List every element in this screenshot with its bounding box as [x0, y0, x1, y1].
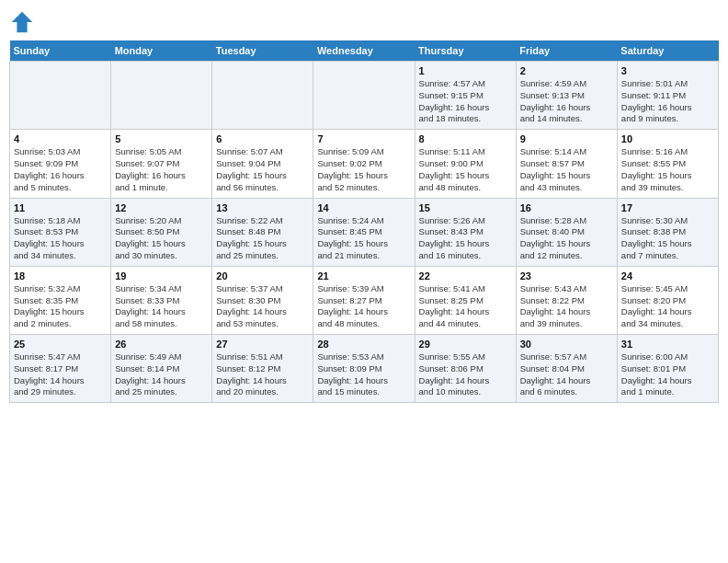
calendar-cell: 15Sunrise: 5:26 AM Sunset: 8:43 PM Dayli… — [415, 198, 516, 266]
calendar-cell — [111, 62, 212, 130]
calendar-cell: 26Sunrise: 5:49 AM Sunset: 8:14 PM Dayli… — [111, 335, 212, 403]
day-info: Sunrise: 5:01 AM Sunset: 9:11 PM Dayligh… — [621, 78, 714, 125]
calendar-cell: 24Sunrise: 5:45 AM Sunset: 8:20 PM Dayli… — [617, 266, 718, 334]
day-info: Sunrise: 5:22 AM Sunset: 8:48 PM Dayligh… — [216, 215, 309, 262]
day-number: 30 — [520, 339, 613, 350]
calendar-week-row: 18Sunrise: 5:32 AM Sunset: 8:35 PM Dayli… — [10, 266, 719, 334]
day-number: 27 — [216, 339, 309, 350]
day-info: Sunrise: 4:57 AM Sunset: 9:15 PM Dayligh… — [419, 78, 512, 125]
calendar-cell: 23Sunrise: 5:43 AM Sunset: 8:22 PM Dayli… — [516, 266, 617, 334]
weekday-header-wednesday: Wednesday — [313, 40, 415, 62]
day-info: Sunrise: 5:16 AM Sunset: 8:55 PM Dayligh… — [621, 146, 714, 193]
day-number: 22 — [419, 270, 512, 282]
calendar-cell: 9Sunrise: 5:14 AM Sunset: 8:57 PM Daylig… — [516, 130, 617, 198]
day-info: Sunrise: 6:00 AM Sunset: 8:01 PM Dayligh… — [621, 351, 714, 398]
day-info: Sunrise: 5:11 AM Sunset: 9:00 PM Dayligh… — [419, 146, 512, 193]
day-info: Sunrise: 5:51 AM Sunset: 8:12 PM Dayligh… — [216, 351, 309, 398]
day-number: 6 — [216, 133, 309, 144]
day-number: 14 — [317, 202, 410, 213]
day-info: Sunrise: 5:32 AM Sunset: 8:35 PM Dayligh… — [14, 283, 107, 330]
svg-marker-0 — [12, 12, 32, 32]
day-number: 4 — [14, 133, 107, 144]
day-number: 25 — [14, 339, 107, 350]
calendar-cell: 30Sunrise: 5:57 AM Sunset: 8:04 PM Dayli… — [516, 335, 617, 403]
calendar-week-row: 4Sunrise: 5:03 AM Sunset: 9:09 PM Daylig… — [10, 130, 719, 198]
calendar-cell: 14Sunrise: 5:24 AM Sunset: 8:45 PM Dayli… — [313, 198, 415, 266]
day-info: Sunrise: 5:20 AM Sunset: 8:50 PM Dayligh… — [115, 215, 208, 262]
day-info: Sunrise: 5:07 AM Sunset: 9:04 PM Dayligh… — [216, 146, 309, 193]
calendar-cell: 13Sunrise: 5:22 AM Sunset: 8:48 PM Dayli… — [212, 198, 313, 266]
day-info: Sunrise: 5:28 AM Sunset: 8:40 PM Dayligh… — [520, 215, 613, 262]
calendar-table: SundayMondayTuesdayWednesdayThursdayFrid… — [9, 40, 719, 403]
day-number: 31 — [621, 339, 714, 350]
day-info: Sunrise: 5:14 AM Sunset: 8:57 PM Dayligh… — [520, 146, 613, 193]
day-number: 7 — [317, 133, 410, 144]
day-number: 28 — [317, 339, 410, 350]
day-number: 29 — [419, 339, 512, 350]
calendar-cell: 11Sunrise: 5:18 AM Sunset: 8:53 PM Dayli… — [10, 198, 111, 266]
logo — [9, 9, 39, 35]
calendar-cell: 1Sunrise: 4:57 AM Sunset: 9:15 PM Daylig… — [415, 62, 516, 130]
calendar-cell — [313, 62, 415, 130]
day-info: Sunrise: 5:03 AM Sunset: 9:09 PM Dayligh… — [14, 146, 107, 193]
calendar-week-row: 11Sunrise: 5:18 AM Sunset: 8:53 PM Dayli… — [10, 198, 719, 266]
day-number: 1 — [419, 65, 512, 76]
day-number: 19 — [115, 270, 208, 282]
day-number: 12 — [115, 202, 208, 213]
day-info: Sunrise: 5:30 AM Sunset: 8:38 PM Dayligh… — [621, 215, 714, 262]
weekday-header-monday: Monday — [111, 40, 212, 62]
calendar-cell: 28Sunrise: 5:53 AM Sunset: 8:09 PM Dayli… — [313, 335, 415, 403]
calendar-cell — [10, 62, 111, 130]
day-info: Sunrise: 5:26 AM Sunset: 8:43 PM Dayligh… — [419, 215, 512, 262]
day-number: 23 — [520, 270, 613, 282]
weekday-header-sunday: Sunday — [10, 40, 111, 62]
day-number: 18 — [14, 270, 107, 282]
day-number: 11 — [14, 202, 107, 213]
calendar-cell: 17Sunrise: 5:30 AM Sunset: 8:38 PM Dayli… — [617, 198, 718, 266]
calendar-cell: 19Sunrise: 5:34 AM Sunset: 8:33 PM Dayli… — [111, 266, 212, 334]
day-info: Sunrise: 5:18 AM Sunset: 8:53 PM Dayligh… — [14, 215, 107, 262]
weekday-header-tuesday: Tuesday — [212, 40, 313, 62]
day-number: 24 — [621, 270, 714, 282]
calendar-week-row: 25Sunrise: 5:47 AM Sunset: 8:17 PM Dayli… — [10, 335, 719, 403]
day-number: 13 — [216, 202, 309, 213]
calendar-cell: 29Sunrise: 5:55 AM Sunset: 8:06 PM Dayli… — [415, 335, 516, 403]
day-info: Sunrise: 5:41 AM Sunset: 8:25 PM Dayligh… — [419, 283, 512, 330]
day-info: Sunrise: 5:37 AM Sunset: 8:30 PM Dayligh… — [216, 283, 309, 330]
calendar-cell: 8Sunrise: 5:11 AM Sunset: 9:00 PM Daylig… — [415, 130, 516, 198]
day-number: 26 — [115, 339, 208, 350]
day-info: Sunrise: 5:49 AM Sunset: 8:14 PM Dayligh… — [115, 351, 208, 398]
calendar-cell: 5Sunrise: 5:05 AM Sunset: 9:07 PM Daylig… — [111, 130, 212, 198]
day-number: 17 — [621, 202, 714, 213]
day-number: 16 — [520, 202, 613, 213]
day-info: Sunrise: 5:34 AM Sunset: 8:33 PM Dayligh… — [115, 283, 208, 330]
calendar-cell: 18Sunrise: 5:32 AM Sunset: 8:35 PM Dayli… — [10, 266, 111, 334]
calendar-cell: 20Sunrise: 5:37 AM Sunset: 8:30 PM Dayli… — [212, 266, 313, 334]
calendar-cell: 27Sunrise: 5:51 AM Sunset: 8:12 PM Dayli… — [212, 335, 313, 403]
day-number: 21 — [317, 270, 410, 282]
calendar-week-row: 1Sunrise: 4:57 AM Sunset: 9:15 PM Daylig… — [10, 62, 719, 130]
calendar-header-row: SundayMondayTuesdayWednesdayThursdayFrid… — [10, 40, 719, 62]
day-number: 9 — [520, 133, 613, 144]
weekday-header-friday: Friday — [516, 40, 617, 62]
calendar-cell: 4Sunrise: 5:03 AM Sunset: 9:09 PM Daylig… — [10, 130, 111, 198]
day-number: 3 — [621, 65, 714, 76]
calendar-cell: 6Sunrise: 5:07 AM Sunset: 9:04 PM Daylig… — [212, 130, 313, 198]
day-info: Sunrise: 5:39 AM Sunset: 8:27 PM Dayligh… — [317, 283, 410, 330]
calendar-cell: 22Sunrise: 5:41 AM Sunset: 8:25 PM Dayli… — [415, 266, 516, 334]
day-info: Sunrise: 5:57 AM Sunset: 8:04 PM Dayligh… — [520, 351, 613, 398]
day-info: Sunrise: 5:43 AM Sunset: 8:22 PM Dayligh… — [520, 283, 613, 330]
day-number: 10 — [621, 133, 714, 144]
logo-icon — [9, 9, 35, 35]
day-info: Sunrise: 5:05 AM Sunset: 9:07 PM Dayligh… — [115, 146, 208, 193]
page-header — [9, 9, 719, 35]
day-number: 15 — [419, 202, 512, 213]
calendar-cell: 25Sunrise: 5:47 AM Sunset: 8:17 PM Dayli… — [10, 335, 111, 403]
day-info: Sunrise: 4:59 AM Sunset: 9:13 PM Dayligh… — [520, 78, 613, 125]
calendar-cell: 3Sunrise: 5:01 AM Sunset: 9:11 PM Daylig… — [617, 62, 718, 130]
calendar-cell: 12Sunrise: 5:20 AM Sunset: 8:50 PM Dayli… — [111, 198, 212, 266]
calendar-cell: 7Sunrise: 5:09 AM Sunset: 9:02 PM Daylig… — [313, 130, 415, 198]
weekday-header-thursday: Thursday — [415, 40, 516, 62]
calendar-cell: 31Sunrise: 6:00 AM Sunset: 8:01 PM Dayli… — [617, 335, 718, 403]
calendar-cell: 16Sunrise: 5:28 AM Sunset: 8:40 PM Dayli… — [516, 198, 617, 266]
